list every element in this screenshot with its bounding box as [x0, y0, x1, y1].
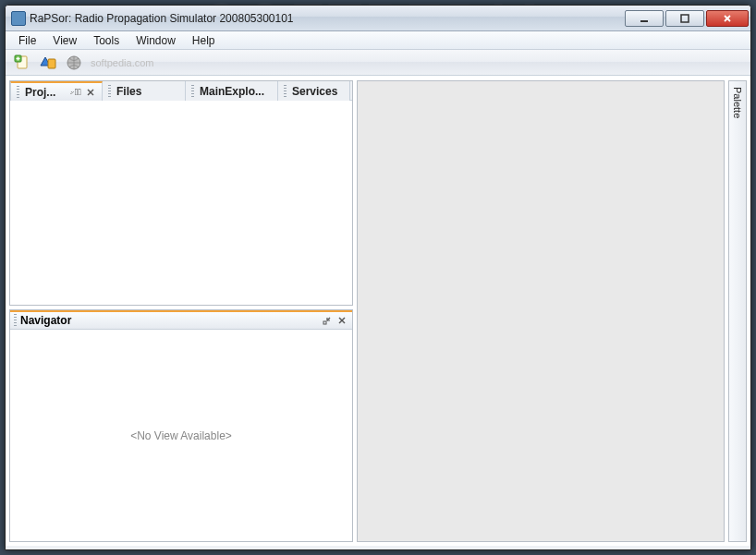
toolbar-watermark: softpedia.com	[91, 57, 153, 68]
menu-bar: File View Tools Window Help	[6, 31, 750, 50]
navigator-empty-label: <No View Available>	[130, 429, 232, 442]
app-icon	[11, 11, 26, 26]
shapes-tool-button[interactable]	[37, 53, 59, 73]
caption-controls	[625, 10, 749, 27]
explorer-panel: Proj... ◀⃞ Files	[9, 80, 353, 306]
tab-files-label: Files	[116, 85, 141, 98]
menu-window[interactable]: Window	[128, 32, 183, 49]
new-project-button[interactable]	[11, 53, 33, 73]
menu-file[interactable]: File	[11, 32, 43, 49]
app-window: RaPSor: Radio Propagation Simulator 2008…	[5, 5, 751, 550]
panel-minimize-icon	[323, 316, 332, 325]
plus-document-icon	[14, 54, 30, 71]
close-button[interactable]	[706, 10, 749, 27]
close-icon	[723, 14, 732, 23]
panel-close-icon	[338, 317, 346, 324]
globe-tool-button[interactable]	[63, 53, 85, 73]
svg-rect-9	[48, 59, 55, 68]
window-title: RaPSor: Radio Propagation Simulator 2008…	[26, 12, 625, 25]
tab-grip-icon	[108, 85, 111, 98]
tab-services-label: Services	[292, 85, 337, 98]
client-area: Proj... ◀⃞ Files	[6, 76, 750, 546]
navigator-minimize-button[interactable]	[321, 314, 334, 327]
shapes-icon	[40, 54, 56, 71]
tab-minimize-button[interactable]: ◀⃞	[70, 87, 81, 98]
tab-grip-icon	[284, 85, 287, 98]
menu-view[interactable]: View	[45, 32, 84, 49]
navigator-panel: Navigator <No View Available>	[9, 309, 353, 542]
tab-close-button[interactable]	[85, 87, 96, 98]
menu-help[interactable]: Help	[185, 32, 223, 49]
tab-files[interactable]: Files	[103, 81, 186, 101]
left-column: Proj... ◀⃞ Files	[9, 80, 353, 542]
tab-grip-icon	[191, 85, 194, 98]
svg-rect-11	[70, 92, 71, 93]
svg-rect-15	[323, 321, 326, 324]
globe-icon	[66, 54, 82, 71]
maximize-icon	[680, 14, 689, 23]
editor-area[interactable]	[357, 80, 725, 542]
tab-services[interactable]: Services	[278, 81, 350, 101]
minimize-icon	[640, 14, 649, 23]
navigator-body: <No View Available>	[10, 330, 352, 541]
explorer-body	[10, 101, 352, 305]
menu-tools[interactable]: Tools	[86, 32, 127, 49]
svg-rect-1	[681, 15, 689, 22]
maximize-button[interactable]	[665, 10, 704, 27]
status-bar	[6, 546, 750, 549]
explorer-tabs: Proj... ◀⃞ Files	[10, 81, 352, 101]
palette-strip[interactable]: Palette	[728, 80, 747, 542]
toolbar: softpedia.com	[6, 50, 750, 76]
panel-grip-icon	[14, 314, 17, 327]
tab-grip-icon	[17, 86, 19, 99]
navigator-title: Navigator	[20, 314, 319, 327]
tab-projects-label: Proj...	[25, 86, 55, 99]
minimize-button[interactable]	[625, 10, 664, 27]
title-bar[interactable]: RaPSor: Radio Propagation Simulator 2008…	[6, 6, 750, 31]
tab-projects[interactable]: Proj... ◀⃞	[10, 81, 103, 101]
close-tab-icon	[87, 89, 94, 96]
tab-main-explorer[interactable]: MainExplo...	[186, 81, 278, 101]
palette-label: Palette	[732, 87, 743, 118]
tab-main-explorer-label: MainExplo...	[200, 85, 264, 98]
navigator-close-button[interactable]	[335, 314, 348, 327]
navigator-header[interactable]: Navigator	[10, 310, 352, 330]
